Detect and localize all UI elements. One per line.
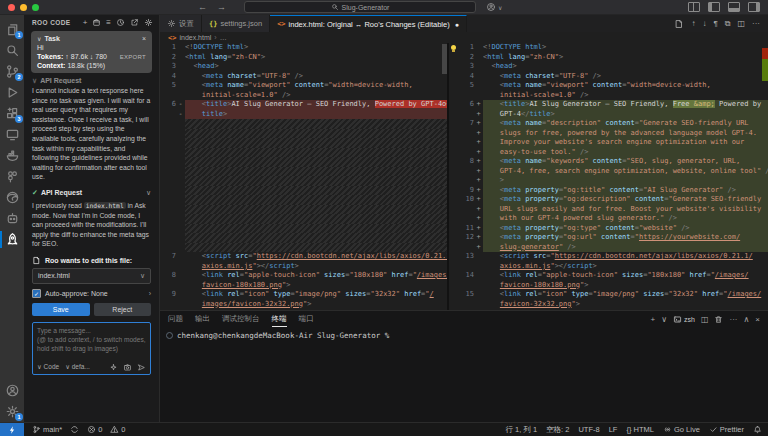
code-row: initial-scale=1.0" /> bbox=[160, 91, 447, 101]
line-number: 5 bbox=[160, 81, 176, 91]
chevron-down-icon[interactable]: ∨ bbox=[661, 315, 667, 324]
split-editor-icon[interactable]: ◫ bbox=[701, 315, 709, 324]
profile-select[interactable]: ∨ defa... bbox=[65, 363, 90, 371]
send-icon[interactable] bbox=[137, 363, 146, 372]
trash-icon[interactable] bbox=[714, 315, 723, 324]
breadcrumb[interactable]: <> index.html › … bbox=[160, 32, 768, 43]
status-lf[interactable]: LF bbox=[609, 425, 618, 434]
tab-index.html[interactable]: <>index.html: Original ↔ Roo's Changes (… bbox=[270, 15, 467, 32]
api-request-header[interactable]: ✓ API Request ∨ bbox=[32, 189, 151, 197]
lightbulb-icon[interactable] bbox=[451, 45, 456, 50]
close-icon[interactable]: × bbox=[755, 315, 760, 324]
activity-run-debug[interactable] bbox=[0, 82, 24, 103]
activity-search[interactable] bbox=[0, 40, 24, 61]
panel-tab-输出[interactable]: 输出 bbox=[195, 312, 210, 327]
status-0[interactable]: 0 bbox=[110, 425, 125, 434]
terminal[interactable]: chenkang@chenkangdeMacBook-Air Slug-Gene… bbox=[160, 327, 768, 340]
customize-layout-icon[interactable] bbox=[688, 2, 700, 12]
mode-select[interactable]: ∨ Code bbox=[37, 363, 59, 371]
toggle-sidebar-left-icon[interactable] bbox=[708, 2, 720, 12]
chat-input[interactable]: Type a message... (@ to add context, / t… bbox=[32, 322, 151, 375]
edit-file-dropdown[interactable]: index.html∨ bbox=[32, 268, 151, 284]
scrollbar-thumb[interactable] bbox=[442, 44, 447, 74]
activity-plugin[interactable] bbox=[0, 166, 24, 187]
status-prettier[interactable]: Prettier bbox=[709, 425, 744, 434]
activity-remote-explorer[interactable] bbox=[0, 124, 24, 145]
status-main-[interactable]: main* bbox=[32, 425, 62, 434]
code-row: 6- <title>AI Slug Generator — SEO Friend… bbox=[160, 100, 447, 110]
panel-tab-终端[interactable]: 终端 bbox=[272, 312, 287, 327]
diff-marker bbox=[176, 224, 185, 234]
next-change-icon[interactable]: ↓ bbox=[702, 19, 706, 28]
panel-tab-端口[interactable]: 端口 bbox=[299, 312, 314, 327]
minimize-window-button[interactable] bbox=[20, 4, 27, 11]
inline-view-icon[interactable]: ⧉ bbox=[725, 19, 731, 28]
zoom-window-button[interactable] bbox=[32, 4, 39, 11]
whitespace-icon[interactable]: ¶ bbox=[713, 19, 717, 28]
command-center-search[interactable]: Slug-Generator bbox=[244, 1, 476, 13]
panel-tab-调试控制台[interactable]: 调试控制台 bbox=[222, 312, 260, 327]
history-icon[interactable] bbox=[116, 18, 125, 27]
code-row bbox=[160, 176, 447, 186]
terminal-icon[interactable]: zsh bbox=[673, 315, 695, 324]
status--2[interactable]: 空格: 2 bbox=[546, 425, 569, 435]
diff-pane-original[interactable]: 1<!DOCTYPE html>2<html lang="zh-CN">3 <h… bbox=[160, 43, 449, 310]
plus-icon[interactable]: + bbox=[83, 18, 88, 27]
enhance-prompt-icon[interactable] bbox=[109, 363, 118, 372]
file-type-icon: <> bbox=[277, 20, 285, 28]
close-window-button[interactable] bbox=[8, 4, 15, 11]
chevron-up-icon[interactable]: ∧ bbox=[743, 315, 749, 324]
activity-edge-browser[interactable] bbox=[0, 187, 24, 208]
diff-pane-modified[interactable]: 1<!DOCTYPE html>2<html lang="zh-CN">3 <h… bbox=[449, 43, 768, 310]
more-actions-icon[interactable]: ··· bbox=[729, 315, 737, 324]
auto-approve-label: Auto-approve: None bbox=[45, 290, 108, 297]
bell-icon bbox=[753, 425, 762, 434]
forward-icon[interactable]: → bbox=[217, 2, 226, 12]
activity-robot[interactable] bbox=[0, 208, 24, 229]
gear-icon[interactable] bbox=[144, 18, 153, 27]
plus-icon[interactable]: + bbox=[650, 315, 655, 324]
activity-explorer[interactable]: 1 bbox=[0, 19, 24, 40]
box-icon[interactable] bbox=[92, 18, 101, 27]
chevron-down-icon[interactable]: ∨ bbox=[37, 35, 41, 42]
activity-settings[interactable]: 1 bbox=[0, 401, 24, 422]
back-icon[interactable]: ← bbox=[198, 2, 207, 12]
chevron-right-icon[interactable]: › bbox=[149, 290, 151, 297]
reject-button[interactable]: Reject bbox=[94, 303, 152, 316]
diff-marker bbox=[176, 148, 185, 158]
status--html[interactable]: {} HTML bbox=[626, 425, 654, 434]
api-request-header-cut[interactable]: ∨API Request bbox=[32, 77, 151, 84]
status--1-1[interactable]: 行 1, 列 1 bbox=[505, 425, 537, 435]
export-button[interactable]: EXPORT bbox=[120, 54, 146, 60]
toggle-sidebar-right-icon[interactable] bbox=[748, 2, 760, 12]
account-menu[interactable]: ∨ bbox=[486, 2, 502, 12]
panel-tab-问题[interactable]: 问题 bbox=[168, 312, 183, 327]
tab-settings.json[interactable]: {}settings.json bbox=[202, 15, 270, 32]
tab-设置[interactable]: 设置 bbox=[160, 15, 202, 32]
activity-account[interactable] bbox=[0, 380, 24, 401]
remote-indicator[interactable] bbox=[0, 423, 24, 436]
save-button[interactable]: Save bbox=[32, 303, 90, 316]
status-bell-icon[interactable] bbox=[753, 425, 762, 434]
activity-docker[interactable] bbox=[0, 145, 24, 166]
open-file-icon[interactable] bbox=[674, 19, 684, 29]
status-text: main* bbox=[43, 425, 62, 434]
status-0[interactable]: 0 bbox=[87, 425, 102, 434]
auto-approve-checkbox[interactable]: ✓ bbox=[32, 289, 41, 298]
prev-change-icon[interactable]: ↑ bbox=[691, 19, 695, 28]
status-sync-icon[interactable] bbox=[70, 425, 79, 434]
modified-dot-icon[interactable]: ● bbox=[455, 21, 459, 28]
toggle-panel-icon[interactable] bbox=[728, 2, 740, 12]
more-actions-icon[interactable]: ··· bbox=[752, 19, 760, 28]
menu-icon[interactable]: ≡ bbox=[106, 18, 111, 27]
activity-roo-code[interactable] bbox=[0, 229, 24, 250]
split-editor-icon[interactable]: ◫ bbox=[737, 19, 745, 28]
line-number bbox=[160, 281, 176, 291]
close-task-icon[interactable]: × bbox=[142, 35, 146, 42]
status-utf-8[interactable]: UTF-8 bbox=[578, 425, 599, 434]
image-icon[interactable] bbox=[123, 363, 132, 372]
status-go-live[interactable]: Go Live bbox=[663, 425, 700, 434]
activity-source-control[interactable]: 2 bbox=[0, 61, 24, 82]
open-external-icon[interactable] bbox=[130, 18, 139, 27]
activity-extensions[interactable]: 3 bbox=[0, 103, 24, 124]
